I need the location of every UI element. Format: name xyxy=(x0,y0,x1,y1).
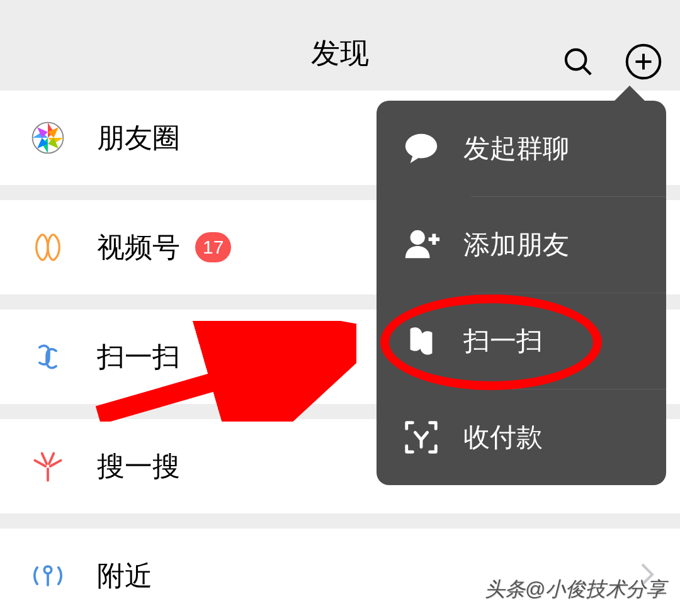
svg-line-8 xyxy=(50,461,61,466)
chat-bubble-icon xyxy=(402,129,441,168)
header-actions xyxy=(559,43,662,81)
add-friend-icon xyxy=(402,225,441,264)
svg-point-14 xyxy=(411,230,425,245)
nearby-icon xyxy=(29,557,67,595)
svg-line-9 xyxy=(42,453,47,464)
svg-line-10 xyxy=(49,453,54,464)
header: 发现 xyxy=(0,0,680,91)
svg-point-11 xyxy=(44,566,51,573)
scan-white-icon xyxy=(402,322,441,361)
svg-line-1 xyxy=(584,67,591,75)
moments-icon xyxy=(29,119,67,157)
search-icon[interactable] xyxy=(559,43,597,81)
popover-item-money[interactable]: 收付款 xyxy=(377,389,666,485)
svg-point-0 xyxy=(566,50,586,70)
popover-item-group-chat-label: 发起群聊 xyxy=(463,131,569,166)
plus-icon[interactable] xyxy=(625,43,662,81)
row-moments-label: 朋友圈 xyxy=(97,120,180,157)
row-nearby-label: 附近 xyxy=(97,557,152,595)
svg-line-7 xyxy=(35,461,45,466)
watermark: 头条@小俊技术分享 xyxy=(485,576,666,603)
channels-badge: 17 xyxy=(195,232,231,262)
plus-popover: 发起群聊 添加朋友 扫一扫 收付款 xyxy=(377,101,666,485)
channels-icon xyxy=(29,228,67,266)
scan-icon xyxy=(29,338,67,376)
popover-item-scan-label: 扫一扫 xyxy=(463,323,543,359)
popover-item-add-friends-label: 添加朋友 xyxy=(463,227,569,262)
popover-item-scan[interactable]: 扫一扫 xyxy=(377,293,666,389)
svg-point-13 xyxy=(405,134,437,159)
svg-rect-16 xyxy=(432,234,436,245)
money-icon xyxy=(402,418,441,457)
popover-item-group-chat[interactable]: 发起群聊 xyxy=(377,101,666,196)
row-scan-label: 扫一扫 xyxy=(97,339,180,376)
popover-item-add-friends[interactable]: 添加朋友 xyxy=(377,197,666,293)
row-channels-label: 视频号 xyxy=(97,229,180,266)
page-title: 发现 xyxy=(311,34,369,73)
popover-item-money-label: 收付款 xyxy=(463,420,543,455)
search-spark-icon xyxy=(29,447,67,485)
row-search-label: 搜一搜 xyxy=(97,448,180,485)
